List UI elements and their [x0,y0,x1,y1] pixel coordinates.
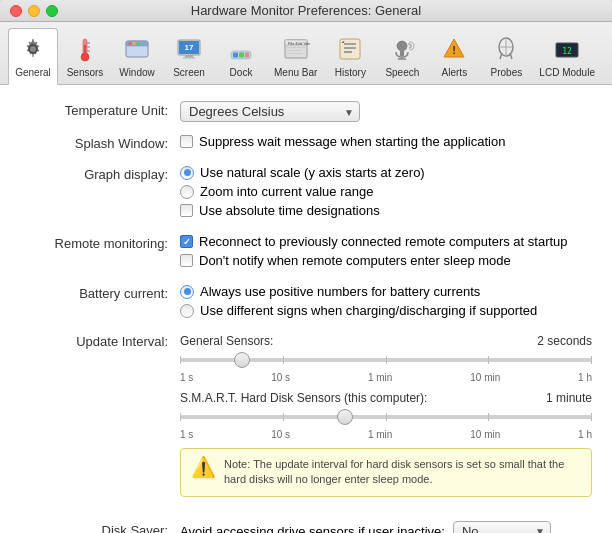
temperature-select-wrapper: Degrees Celsius Degrees Fahrenheit Kelvi… [180,101,360,122]
graph-radio-zoom[interactable] [180,185,194,199]
disk-saver-select[interactable]: No 1 minute 5 minutes 10 minutes 30 minu… [453,521,551,533]
tab-dock[interactable]: Dock [216,29,266,84]
svg-point-2 [31,47,36,52]
probes-icon [490,33,522,65]
svg-rect-20 [233,53,238,58]
svg-rect-22 [245,53,249,58]
tab-speech[interactable]: Speech [377,29,427,84]
smart-header: S.M.A.R.T. Hard Disk Sensors (this compu… [180,391,592,405]
splash-window-label: Splash Window: [20,134,180,151]
svg-text:17: 17 [185,43,194,52]
splash-checkbox[interactable] [180,135,193,148]
smart-label-1min: 1 min [368,429,392,440]
remote-notify-checkbox[interactable] [180,254,193,267]
tab-history[interactable]: History [325,29,375,84]
svg-rect-27 [287,50,301,51]
dock-icon [225,33,257,65]
splash-checkbox-row: Suppress wait message when starting the … [180,134,592,149]
absolute-time-row: Use absolute time designations [180,203,592,218]
screen-icon: 17 [173,33,205,65]
svg-line-40 [510,53,512,59]
absolute-time-checkbox[interactable] [180,204,193,217]
battery-radio-positive[interactable] [180,285,194,299]
battery-radio-signs[interactable] [180,304,194,318]
tick-3 [386,356,387,364]
general-sensors-slider-labels: 1 s 10 s 1 min 10 min 1 h [180,372,592,383]
tab-lcd[interactable]: 12 LCD Module [533,29,601,84]
disk-saver-select-wrapper: No 1 minute 5 minutes 10 minutes 30 minu… [453,521,551,533]
splash-window-row: Splash Window: Suppress wait message whe… [20,134,592,153]
disk-saver-row: Disk Saver: Avoid accessing drive sensor… [20,521,592,533]
tab-alerts[interactable]: ! Alerts [429,29,479,84]
label-1min: 1 min [368,372,392,383]
svg-text:12: 12 [562,47,572,56]
svg-rect-28 [287,53,303,54]
minimize-button[interactable] [28,5,40,17]
smart-label-1s: 1 s [180,429,193,440]
smart-tick-3 [386,413,387,421]
preferences-window: Hardware Monitor Preferences: General Ge… [0,0,612,533]
tab-general-label: General [15,67,51,78]
remote-monitoring-control: Reconnect to previously connected remote… [180,234,592,272]
maximize-button[interactable] [46,5,58,17]
tab-sensors[interactable]: Sensors [60,29,110,84]
graph-display-control: Use natural scale (y axis starts at zero… [180,165,592,222]
general-sensors-slider-line [180,358,592,362]
svg-text:!: ! [453,44,457,56]
smart-slider-track [180,407,592,427]
update-interval-control: General Sensors: 2 seconds [180,334,592,509]
svg-rect-5 [84,45,86,57]
smart-label-10s: 10 s [271,429,290,440]
splash-window-control: Suppress wait message when starting the … [180,134,592,153]
tab-screen[interactable]: 17 Screen [164,29,214,84]
tab-probes-label: Probes [491,67,523,78]
remote-monitoring-row: Remote monitoring: Reconnect to previous… [20,234,592,272]
remote-reconnect-checkbox[interactable] [180,235,193,248]
smart-tick-1 [180,413,181,421]
svg-point-12 [133,42,136,45]
warning-box: ⚠️ Note: The update interval for hard di… [180,448,592,497]
graph-radio-1-row: Use natural scale (y axis starts at zero… [180,165,592,180]
window-title: Hardware Monitor Preferences: General [191,3,422,18]
graph-option-2-label: Zoom into current value range [200,184,373,199]
remote-reconnect-row: Reconnect to previously connected remote… [180,234,592,249]
remote-monitoring-label: Remote monitoring: [20,234,180,251]
window-icon [121,33,153,65]
tab-history-label: History [335,67,366,78]
temperature-unit-select[interactable]: Degrees Celsius Degrees Fahrenheit Kelvi… [180,101,360,122]
tab-general[interactable]: General [8,28,58,85]
tab-screen-label: Screen [173,67,205,78]
graph-radio-natural[interactable] [180,166,194,180]
tab-sensors-label: Sensors [67,67,104,78]
svg-text:File Edit View: File Edit View [288,41,310,46]
remote-notify-row: Don't notify when remote computers enter… [180,253,592,268]
disk-saver-description: Avoid accessing drive sensors if user in… [180,524,445,533]
smart-tick-5 [591,413,592,421]
general-sensors-value: 2 seconds [537,334,592,348]
tab-window-label: Window [119,67,155,78]
general-sensors-slider-track [180,350,592,370]
toolbar: General Sensors [0,22,612,85]
smart-slider-thumb[interactable] [337,409,353,425]
tab-speech-label: Speech [385,67,419,78]
warning-icon: ⚠️ [191,457,216,477]
svg-point-33 [397,41,407,51]
history-icon [334,33,366,65]
tick-5 [591,356,592,364]
svg-rect-21 [239,53,244,58]
general-sensors-label: General Sensors: [180,334,273,348]
general-sensors-slider-thumb[interactable] [234,352,250,368]
absolute-time-label: Use absolute time designations [199,203,380,218]
update-interval-label: Update Interval: [20,334,180,349]
tab-probes[interactable]: Probes [481,29,531,84]
general-sensors-slider-container: General Sensors: 2 seconds [180,334,592,383]
close-button[interactable] [10,5,22,17]
tab-window[interactable]: Window [112,29,162,84]
smart-label-1h: 1 h [578,429,592,440]
graph-option-1-label: Use natural scale (y axis starts at zero… [200,165,425,180]
svg-point-13 [137,42,140,45]
tick-2 [283,356,284,364]
tab-menubar[interactable]: File Edit View Menu Bar [268,29,323,84]
alerts-icon: ! [438,33,470,65]
smart-slider-labels: 1 s 10 s 1 min 10 min 1 h [180,429,592,440]
